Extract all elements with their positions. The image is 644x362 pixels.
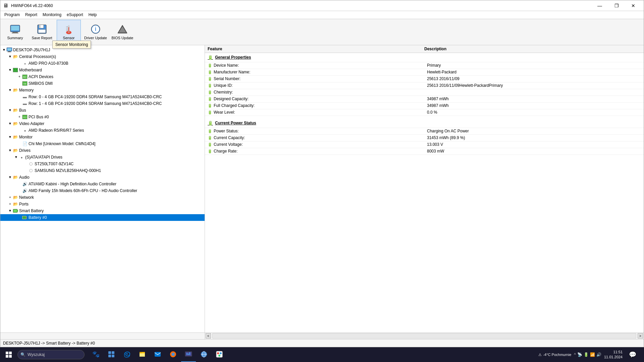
- taskbar-mail[interactable]: [150, 347, 165, 362]
- taskbar-sys-area: ^ 📡 🔋 📶 🔊: [574, 352, 601, 357]
- taskbar-search-box[interactable]: 🔍 Wyszukaj: [17, 350, 85, 359]
- tree-node-mb-group[interactable]: ▼ Motherboard: [0, 67, 205, 73]
- icon-hdd2: ⬡: [28, 168, 34, 173]
- row-icon-p1: 🔋: [208, 136, 212, 140]
- taskbar-explorer[interactable]: [135, 347, 150, 362]
- tree-node-batt-group[interactable]: ▼ Smart Battery: [0, 207, 205, 214]
- tree-node-mon-group[interactable]: ▼ 📂 Monitor: [0, 134, 205, 140]
- tree-node-audio-group[interactable]: ▼ 📂 Audio: [0, 174, 205, 181]
- tree-node-hdd2[interactable]: ⬡ SAMSUNG MZVLB256HAHQ-000H1: [0, 167, 205, 174]
- status-bar: DESKTOP-J5U7H1J -> Smart Battery -> Batt…: [0, 339, 644, 347]
- tree-panel[interactable]: ▼ DESKTOP-J5U7H1J ▼ 📂 Central Processor(…: [0, 45, 205, 333]
- feature-designed-cap: 🔋 Designed Capacity:: [205, 96, 424, 102]
- search-icon: 🔍: [20, 352, 25, 357]
- tree-node-root[interactable]: ▼ DESKTOP-J5U7H1J: [0, 47, 205, 53]
- tree-toggle-pci[interactable]: +: [17, 115, 22, 119]
- tree-toggle-net[interactable]: +: [8, 195, 12, 199]
- tree-node-mem-group[interactable]: ▼ 📂 Memory: [0, 87, 205, 94]
- feature-wear-level: 🔋 Wear Level:: [205, 109, 424, 116]
- tree-toggle-gpu[interactable]: ▼: [8, 122, 12, 125]
- maximize-button[interactable]: ❐: [609, 0, 624, 11]
- detail-row-designed-cap: 🔋 Designed Capacity: 34987 mWh: [205, 96, 644, 103]
- tree-toggle-cpu[interactable]: ▼: [8, 55, 12, 58]
- start-button[interactable]: [1, 347, 16, 362]
- icon-mem0: ▬: [22, 94, 28, 100]
- tree-label-root: DESKTOP-J5U7H1J: [13, 48, 50, 52]
- taskbar-firefox[interactable]: [166, 347, 180, 362]
- svg-point-63: [217, 352, 219, 354]
- tree-toggle-mon[interactable]: ▼: [8, 135, 12, 139]
- icon-cpu: ⬥: [22, 61, 28, 66]
- tree-toggle-batt[interactable]: ▼: [8, 209, 12, 213]
- tree-node-audio2[interactable]: 🔊 AMD Family 15h Models 60h-6Fh CPU - HD…: [0, 187, 205, 194]
- scrollbar-track[interactable]: [212, 333, 636, 339]
- value-serial: 25613 2016/11/09: [424, 76, 644, 82]
- tree-node-ata-group[interactable]: ▼ ⬥ (S)ATA/ATAPI Drives: [0, 154, 205, 161]
- taskbar-edge[interactable]: [119, 347, 134, 362]
- tree-node-gpu-group[interactable]: ▼ 📂 Video Adapter: [0, 120, 205, 127]
- tree-node-pci[interactable]: + PCI PCI Bus #0: [0, 114, 205, 120]
- taskbar-clock: 11:51 11.01.2024: [604, 350, 623, 360]
- value-full-charged: 34987 mWh: [424, 103, 644, 109]
- taskbar-weather: ⚠ -4°C Pochmurnie: [538, 353, 571, 357]
- tree-toggle-audio[interactable]: ▼: [8, 175, 12, 179]
- icon-ports-folder: 📂: [12, 201, 18, 207]
- tree-node-mem0[interactable]: ▬ Row: 0 - 4 GB PC4-19200 DDR4 SDRAM Sam…: [0, 94, 205, 100]
- tree-toggle-bus[interactable]: ▼: [8, 108, 12, 112]
- svg-rect-14: [66, 31, 68, 31]
- menu-report[interactable]: Report: [22, 12, 40, 18]
- taskbar-app-1[interactable]: 🐾: [89, 347, 103, 362]
- bios-update-button[interactable]: BIOS Update: [110, 20, 135, 44]
- taskbar-task-view[interactable]: [104, 347, 119, 362]
- tree-node-mem1[interactable]: ▬ Row: 1 - 4 GB PC4-19200 DDR4 SDRAM Sam…: [0, 100, 205, 107]
- tree-node-ports-group[interactable]: + 📂 Ports: [0, 201, 205, 207]
- tree-node-gpu[interactable]: ⬥ AMD Radeon R5/R6/R7 Series: [0, 127, 205, 134]
- tree-toggle-ata[interactable]: ▼: [14, 155, 18, 159]
- main-content: ▼ DESKTOP-J5U7H1J ▼ 📂 Central Processor(…: [0, 45, 644, 333]
- icon-ata: ⬥: [18, 155, 24, 160]
- tree-toggle-ports[interactable]: +: [8, 202, 12, 206]
- tree-toggle-mem[interactable]: ▼: [8, 88, 12, 92]
- tree-node-smbios[interactable]: SM SMBIOS DMI: [0, 80, 205, 87]
- power-status-title: Current Power Status: [215, 121, 256, 125]
- notification-button[interactable]: 💬: [625, 347, 640, 362]
- svg-rect-22: [8, 51, 11, 52]
- menu-monitoring[interactable]: Monitoring: [40, 12, 64, 18]
- menu-esupport[interactable]: eSupport: [64, 12, 86, 18]
- taskbar-hwinfo[interactable]: [181, 347, 196, 362]
- app-title: HWiNFO64 v6.22-4060: [11, 3, 53, 8]
- close-button[interactable]: ✕: [626, 0, 641, 11]
- tree-node-hdd1[interactable]: ⬡ ST250LT007-9ZV14C: [0, 161, 205, 167]
- tree-toggle-root[interactable]: ▼: [2, 48, 6, 52]
- summary-button[interactable]: Summary: [3, 20, 27, 44]
- tree-label-smbios: SMBIOS DMI: [29, 81, 53, 86]
- tree-node-mon[interactable]: 📄 Chi Mei [Unknown Model: CMN14D4]: [0, 140, 205, 147]
- detail-row-unique-id: 🔋 Unique ID: 25613 2016/11/09Hewlett-Pac…: [205, 82, 644, 89]
- tree-node-net-group[interactable]: + 📂 Network: [0, 194, 205, 201]
- scroll-right-arrow[interactable]: >: [638, 333, 643, 339]
- minimize-button[interactable]: —: [592, 0, 607, 11]
- detail-row-power-status: 🔋 Power Status: Charging On AC Power: [205, 128, 644, 135]
- tree-node-audio1[interactable]: 🔊 ATI/AMD Kabini - High Definition Audio…: [0, 181, 205, 187]
- svg-rect-36: [14, 210, 17, 212]
- bios-update-label: BIOS Update: [112, 36, 133, 40]
- tree-node-bus-group[interactable]: ▼ 📂 Bus: [0, 107, 205, 114]
- taskbar-globe[interactable]: [197, 347, 211, 362]
- taskbar-paint[interactable]: [212, 347, 227, 362]
- menu-program[interactable]: Program: [2, 12, 22, 18]
- svg-rect-11: [66, 26, 68, 27]
- arrow-up-icon[interactable]: ^: [574, 352, 576, 357]
- general-properties-header: 🔋 General Properties: [205, 53, 644, 62]
- tree-label-ports: Ports: [19, 202, 29, 206]
- tree-node-batt0[interactable]: Battery #0: [0, 214, 205, 221]
- tree-node-cpu-group[interactable]: ▼ 📂 Central Processor(s): [0, 53, 205, 60]
- scroll-left-arrow[interactable]: <: [206, 333, 211, 339]
- tree-toggle-mb[interactable]: ▼: [8, 68, 12, 72]
- tree-node-drv-group[interactable]: ▼ 📂 Drives: [0, 147, 205, 154]
- menu-help[interactable]: Help: [86, 12, 100, 18]
- tree-toggle-acpi[interactable]: +: [17, 75, 22, 78]
- tree-node-acpi[interactable]: + AC ACPI Devices: [0, 73, 205, 80]
- tree-node-cpu[interactable]: ⬥ AMD PRO A10-8730B: [0, 60, 205, 67]
- save-report-button[interactable]: Save Report: [30, 20, 54, 44]
- tree-toggle-drv[interactable]: ▼: [8, 148, 12, 152]
